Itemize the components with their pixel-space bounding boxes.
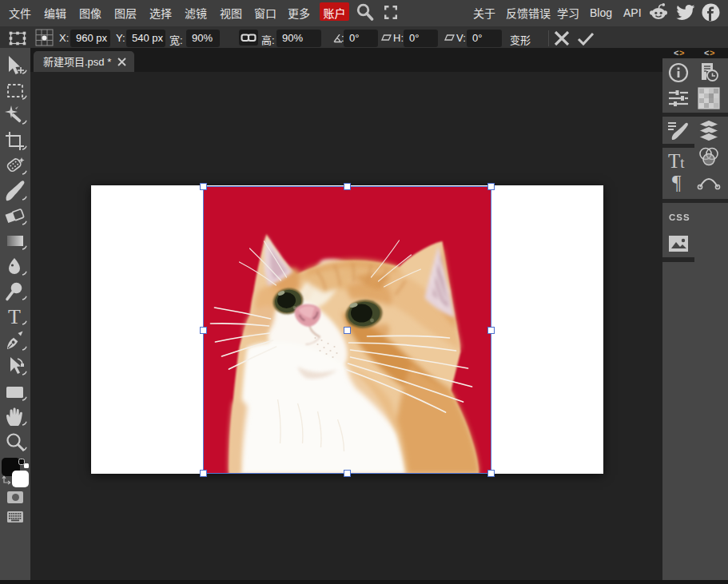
svg-text:T: T <box>8 305 21 328</box>
